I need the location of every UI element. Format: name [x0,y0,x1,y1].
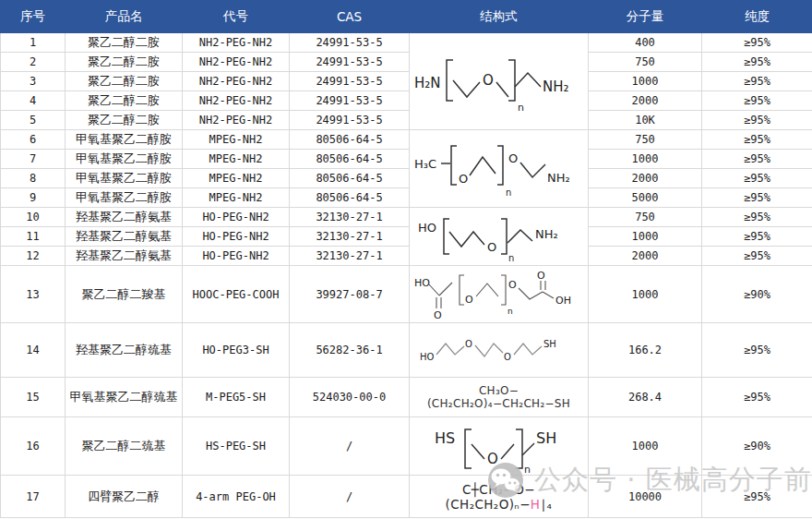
cell-product-name: 聚乙二醇二胺 [66,53,183,72]
table-row: 14 羟基聚乙二醇巯基 HO-PEG3-SH 56282-36-1 HO O O… [1,323,812,378]
cell-product-name: 聚乙二醇二胺 [66,72,183,91]
svg-text:O: O [465,294,473,306]
cell-molecular-weight: 10K [589,111,702,130]
formula-text: CH₃O−(CH₂CH₂O)₄−CH₂CH₂−SH [412,384,586,410]
cell-purity: ≥95% [702,247,812,266]
cell-code: 4-arm PEG-OH [183,476,290,518]
cell-code: MPEG-NH2 [183,150,290,169]
svg-text:O: O [487,240,496,254]
cell-purity: ≥95% [702,476,812,518]
peg-products-table: 序号 产品名 代号 CAS 结构式 分子量 纯度 1 聚乙二醇二胺 NH2-PE… [0,0,812,518]
cell-index: 7 [1,150,66,169]
cell-cas: 524030-00-0 [290,378,410,417]
cell-molecular-weight: 2000 [589,169,702,188]
header-index: 序号 [1,1,66,33]
cell-cas: 24991-53-5 [290,72,410,91]
cell-molecular-weight: 750 [589,208,702,227]
table-row: 7 甲氧基聚乙二醇胺 MPEG-NH2 80506-64-5 1000 ≥95% [1,150,812,169]
cell-code: NH2-PEG-NH2 [183,72,290,91]
cell-code: HO-PEG3-SH [183,323,290,378]
cell-product-name: 羟基聚乙二醇氨基 [66,247,183,266]
cell-cas: / [290,417,410,476]
cell-cas: 56282-36-1 [290,323,410,378]
table-row: 12 羟基聚乙二醇氨基 HO-PEG-NH2 32130-27-1 2000 ≥… [1,247,812,266]
table-row: 16 聚乙二醇二巯基 HS-PEG-SH / HS O n SH 1000 ≥9… [1,417,812,476]
structure-diamine-diagram: H₂N O n NH₂ [410,33,589,130]
cell-molecular-weight: 1000 [589,266,702,323]
cell-index: 5 [1,111,66,130]
svg-text:HS: HS [435,429,455,447]
cell-index: 2 [1,53,66,72]
svg-text:O: O [465,339,472,349]
cell-product-name: 聚乙二醇二羧基 [66,266,183,323]
cell-index: 3 [1,72,66,91]
svg-text:HO: HO [418,221,436,235]
table-row: 2 聚乙二醇二胺 NH2-PEG-NH2 24991-53-5 750 ≥95% [1,53,812,72]
cell-product-name: 羟基聚乙二醇氨基 [66,208,183,227]
cell-code: HS-PEG-SH [183,417,290,476]
cell-purity: ≥95% [702,111,812,130]
svg-text:H₂N: H₂N [414,75,441,91]
cell-code: NH2-PEG-NH2 [183,91,290,111]
table-row: 4 聚乙二醇二胺 NH2-PEG-NH2 24991-53-5 2000 ≥95… [1,91,812,111]
cell-product-name: 甲氧基聚乙二醇胺 [66,150,183,169]
cell-purity: ≥95% [702,227,812,247]
cell-purity: ≥95% [702,72,812,91]
cell-cas: / [290,476,410,518]
svg-text:H₃C: H₃C [414,157,436,171]
cell-cas: 24991-53-5 [290,111,410,130]
svg-text:O: O [508,151,518,165]
table-header-row: 序号 产品名 代号 CAS 结构式 分子量 纯度 [1,1,812,33]
cell-product-name: 羟基聚乙二醇氨基 [66,227,183,247]
svg-text:O: O [504,352,511,362]
cell-code: NH2-PEG-NH2 [183,111,290,130]
cell-product-name: 甲氧基聚乙二醇胺 [66,188,183,208]
cell-purity: ≥90% [702,417,812,476]
cell-index: 1 [1,33,66,53]
header-purity: 纯度 [702,1,812,33]
structure-ho-amine-diagram: HO O n NH₂ [410,208,589,266]
cell-purity: ≥95% [702,208,812,227]
cell-molecular-weight: 1000 [589,72,702,91]
cell-cas: 80506-64-5 [290,150,410,169]
cell-purity: ≥95% [702,378,812,417]
cell-molecular-weight: 400 [589,33,702,53]
cell-code: HO-PEG-NH2 [183,247,290,266]
cell-purity: ≥95% [702,150,812,169]
cell-cas: 24991-53-5 [290,91,410,111]
structure-mpeg-amine-diagram: H₃C O n O NH₂ [410,130,589,208]
cell-code: MPEG-NH2 [183,169,290,188]
cell-purity: ≥95% [702,169,812,188]
cell-cas: 80506-64-5 [290,130,410,150]
cell-code: HO-PEG-NH2 [183,208,290,227]
cell-code: MPEG-NH2 [183,130,290,150]
svg-text:O: O [459,172,468,186]
cell-code: NH2-PEG-NH2 [183,53,290,72]
table-row: 8 甲氧基聚乙二醇胺 MPEG-NH2 80506-64-5 2000 ≥95% [1,169,812,188]
cell-purity: ≥90% [702,266,812,323]
cell-purity: ≥95% [702,188,812,208]
cell-index: 6 [1,130,66,150]
cell-code: HO-PEG-NH2 [183,227,290,247]
cell-cas: 24991-53-5 [290,53,410,72]
svg-text:SH: SH [543,339,556,349]
structure-diacid-diagram: HO O O n O O OH [410,266,589,323]
structure-four-arm-formula: C┼CH₂−O−(CH₂CH₂O)ₙ−H∣₄ [410,476,589,518]
cell-product-name: 羟基聚乙二醇巯基 [66,323,183,378]
cell-product-name: 聚乙二醇二胺 [66,111,183,130]
cell-molecular-weight: 1000 [589,417,702,476]
cell-cas: 32130-27-1 [290,227,410,247]
cell-purity: ≥95% [702,130,812,150]
table-row: 5 聚乙二醇二胺 NH2-PEG-NH2 24991-53-5 10K ≥95% [1,111,812,130]
cell-product-name: 甲氧基聚乙二醇巯基 [66,378,183,417]
cell-molecular-weight: 2000 [589,247,702,266]
formula-text: C┼CH₂−O−(CH₂CH₂O)ₙ−H∣₄ [412,482,586,512]
cell-cas: 24991-53-5 [290,33,410,53]
cell-index: 8 [1,169,66,188]
table-row: 6 甲氧基聚乙二醇胺 MPEG-NH2 80506-64-5 H₃C O n O… [1,130,812,150]
svg-text:O: O [434,309,442,321]
cell-purity: ≥95% [702,33,812,53]
svg-text:n: n [508,253,514,263]
svg-text:HO: HO [414,277,430,289]
svg-text:OH: OH [555,295,571,307]
